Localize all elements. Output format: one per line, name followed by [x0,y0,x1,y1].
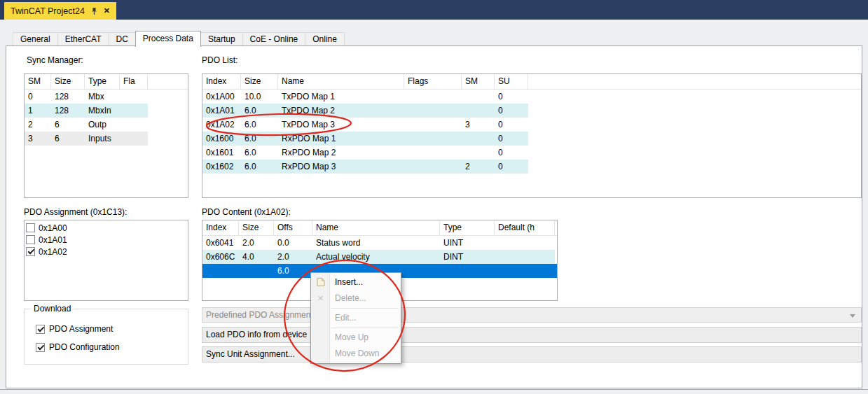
column-header-flags[interactable]: Flags [404,74,462,89]
chevron-down-icon [850,314,855,318]
sync-manager-row[interactable]: 3 6 Inputs [25,132,148,146]
document-tab-title: TwinCAT Project24 [11,6,85,16]
cell-flags [404,104,462,118]
bottom-divider [0,389,868,390]
tab-startup[interactable]: Startup [200,32,243,45]
document-tab[interactable]: TwinCAT Project24 ✕ [4,2,116,20]
checkbox[interactable] [36,325,45,334]
column-header-sm[interactable]: SM [25,74,51,89]
menu-item-move-down[interactable]: Move Down [311,346,401,362]
predefined-pdo-assignment-combo[interactable]: Predefined PDO Assignment [202,307,862,323]
cell-index: 0x1A02 [202,118,241,132]
sync-manager-table[interactable]: SM Size Type Fla 0 128 Mbx 1 128 MbxIn 2… [24,73,188,198]
cell-name: RxPDO Map 3 [278,160,404,174]
pdo-list-header: Index Size Name Flags SM SU [202,74,861,90]
checkbox[interactable] [26,247,35,256]
pdo-list-row[interactable]: 0x1A02 6.0 TxPDO Map 3 3 0 [202,118,528,132]
pdo-list-table[interactable]: Index Size Name Flags SM SU 0x1A00 10.0 … [202,73,862,198]
cell-su: 0 [495,132,528,146]
sync-manager-label: Sync Manager: [27,55,83,65]
cell-index: 0x606C [202,250,239,264]
pdo-list-row[interactable]: 0x1600 6.0 RxPDO Map 1 0 [202,132,528,146]
cell-sm [462,132,495,146]
checkbox[interactable] [26,223,35,232]
pdo-assignment-item[interactable]: 0x1A01 [25,234,188,246]
cell-name: TxPDO Map 2 [278,104,404,118]
cell-index: 0x1602 [202,160,241,174]
pdo-list-row[interactable]: 0x1A00 10.0 TxPDO Map 1 0 [202,90,528,104]
cell-fla [120,104,148,118]
pdo-assignment-item[interactable]: 0x1A02 [25,246,188,258]
cell-name: TxPDO Map 1 [278,90,404,104]
pdo-list-row[interactable]: 0x1601 6.0 RxPDO Map 2 0 [202,146,528,160]
column-header-su[interactable]: SU [495,74,528,89]
tab-process-data[interactable]: Process Data [135,31,201,47]
column-header-size[interactable]: Size [241,74,278,89]
column-header-fla[interactable]: Fla [120,74,148,89]
cell-size: 6.0 [241,132,278,146]
cell-size: 10.0 [241,90,278,104]
pin-icon[interactable] [90,7,98,15]
cell-size: 6.0 [241,160,278,174]
cell-sm [462,146,495,160]
sync-unit-assignment-button[interactable]: Sync Unit Assignment... [202,346,862,363]
pdo-list-row[interactable]: 0x1A01 6.0 TxPDO Map 2 0 [202,104,528,118]
tab-online[interactable]: Online [305,32,345,45]
cell-su: 0 [495,118,528,132]
cell-name: Status word [312,236,440,250]
pdo-assignment-list[interactable]: 0x1A00 0x1A01 0x1A02 [24,220,188,301]
menu-item-move-up[interactable]: Move Up [311,330,401,346]
cell-default [495,236,555,250]
cell-fla [120,132,148,146]
cell-type: DINT [440,250,495,264]
sync-manager-row[interactable]: 1 128 MbxIn [25,104,148,118]
pdo-content-row[interactable]: 0x606C 4.0 2.0 Actual velocity DINT [202,250,555,264]
menu-item-insert[interactable]: Insert... [311,274,401,290]
menu-item-label: Edit... [335,313,357,323]
tab-coe-online[interactable]: CoE - Online [242,32,306,45]
cell-size: 2.0 [239,236,274,250]
download-option[interactable]: PDO Configuration [36,342,120,352]
pdo-content-row[interactable]: 0x6041 2.0 0.0 Status word UINT [202,236,555,250]
cell-flags [404,132,462,146]
column-header-sm[interactable]: SM [462,74,495,89]
cell-index: 0x1600 [202,132,241,146]
column-header-size[interactable]: Size [239,220,274,235]
checkbox[interactable] [26,235,35,244]
sync-manager-row[interactable]: 2 6 Outp [25,118,148,132]
tab-ethercat[interactable]: EtherCAT [57,32,109,45]
sync-manager-row[interactable]: 0 128 Mbx [25,90,148,104]
cell-type: UINT [440,236,495,250]
pdo-assignment-item-label: 0x1A00 [39,223,67,233]
pdo-assignment-item[interactable]: 0x1A00 [25,222,188,234]
sync-manager-header: SM Size Type Fla [25,74,188,90]
column-header-size[interactable]: Size [51,74,85,89]
column-header-name[interactable]: Name [312,220,440,235]
tab-general[interactable]: General [13,32,58,45]
column-header-name[interactable]: Name [278,74,404,89]
column-header-type[interactable]: Type [440,220,495,235]
context-menu: Insert... ✕ Delete... Edit... Move Up Mo… [310,272,401,364]
cell-index: 0x6041 [202,236,239,250]
pdo-content-label: PDO Content (0x1A02): [202,207,291,217]
delete-icon: ✕ [315,293,326,304]
column-header-index[interactable]: Index [202,74,241,89]
menu-item-edit[interactable]: Edit... [311,310,401,326]
download-option[interactable]: PDO Assignment [36,324,113,334]
column-header-type[interactable]: Type [85,74,120,89]
cell-size: 128 [51,104,85,118]
close-icon[interactable]: ✕ [104,7,110,15]
pdo-list-row[interactable]: 0x1602 6.0 RxPDO Map 3 2 0 [202,160,528,174]
cell-flags [404,90,462,104]
load-pdo-info-button[interactable]: Load PDO info from device [202,327,862,343]
column-header-offs[interactable]: Offs [274,220,312,235]
column-header-index[interactable]: Index [202,220,239,235]
column-header-default[interactable]: Default (h [495,220,555,235]
checkbox[interactable] [36,343,45,352]
download-group-label: Download [31,304,74,314]
predefined-pdo-assignment-value: Predefined PDO Assignment [206,310,313,320]
title-bar: TwinCAT Project24 ✕ [0,0,868,20]
cell-default [495,264,555,278]
menu-item-delete[interactable]: ✕ Delete... [311,290,401,307]
tab-dc[interactable]: DC [109,32,136,45]
